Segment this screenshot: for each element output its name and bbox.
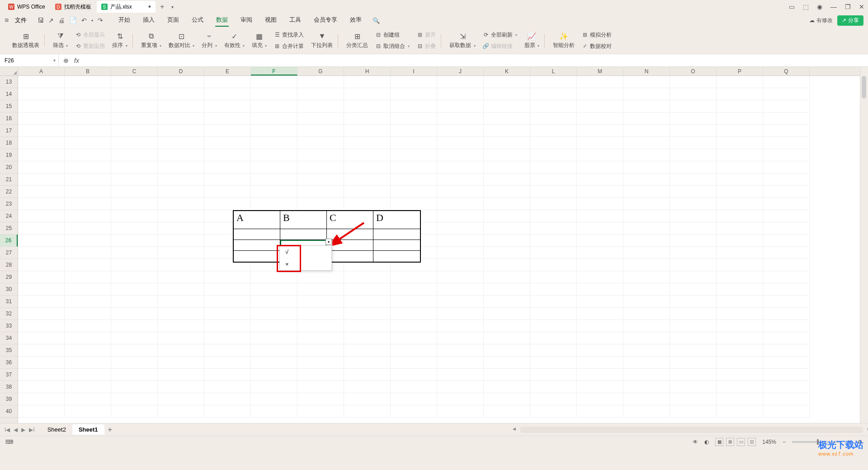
row-header-21[interactable]: 21 xyxy=(0,174,18,186)
cells-area[interactable] xyxy=(18,76,860,423)
cell-L40[interactable] xyxy=(530,405,577,418)
cell-N39[interactable] xyxy=(623,393,670,405)
horizontal-scrollbar[interactable] xyxy=(520,427,863,433)
cell-C26[interactable] xyxy=(111,235,158,247)
cell-M20[interactable] xyxy=(577,161,623,174)
cell-M25[interactable] xyxy=(577,222,623,235)
cell-K37[interactable] xyxy=(484,369,530,381)
table-cell[interactable] xyxy=(234,240,280,251)
cell-H31[interactable] xyxy=(344,296,391,308)
cell-H23[interactable] xyxy=(344,198,391,210)
cell-O13[interactable] xyxy=(670,76,717,88)
cell-D23[interactable] xyxy=(158,198,204,210)
tab-view[interactable]: 视图 xyxy=(264,14,278,27)
cell-M22[interactable] xyxy=(577,186,623,198)
cell-N26[interactable] xyxy=(623,235,670,247)
cell-P21[interactable] xyxy=(717,174,763,186)
row-header-40[interactable]: 40 xyxy=(0,405,18,418)
cell-O33[interactable] xyxy=(670,320,717,332)
cell-O36[interactable] xyxy=(670,357,717,369)
cell-C35[interactable] xyxy=(111,344,158,357)
cell-G30[interactable] xyxy=(297,283,344,296)
cell-L39[interactable] xyxy=(530,393,577,405)
cell-D32[interactable] xyxy=(158,308,204,320)
cell-H32[interactable] xyxy=(344,308,391,320)
cell-D27[interactable] xyxy=(158,247,204,259)
close-button[interactable]: ✕ xyxy=(859,3,864,10)
cell-C34[interactable] xyxy=(111,332,158,344)
cell-A32[interactable] xyxy=(18,308,65,320)
cell-A36[interactable] xyxy=(18,357,65,369)
cell-B33[interactable] xyxy=(65,320,111,332)
cell-I29[interactable] xyxy=(391,271,437,283)
sheet-last-button[interactable]: ▶I xyxy=(29,427,34,433)
cell-A33[interactable] xyxy=(18,320,65,332)
cell-P25[interactable] xyxy=(717,222,763,235)
cell-K20[interactable] xyxy=(484,161,530,174)
cell-D21[interactable] xyxy=(158,174,204,186)
cell-B17[interactable] xyxy=(65,125,111,137)
cell-I34[interactable] xyxy=(391,332,437,344)
cell-N35[interactable] xyxy=(623,344,670,357)
row-header-32[interactable]: 32 xyxy=(0,308,18,320)
cell-E14[interactable] xyxy=(204,88,251,100)
cell-E38[interactable] xyxy=(204,381,251,393)
cell-O17[interactable] xyxy=(670,125,717,137)
cell-K40[interactable] xyxy=(484,405,530,418)
cell-G31[interactable] xyxy=(297,296,344,308)
col-header-C[interactable]: C xyxy=(111,67,158,75)
cell-O27[interactable] xyxy=(670,247,717,259)
maximize-button[interactable]: ❐ xyxy=(845,3,851,10)
cell-G13[interactable] xyxy=(297,76,344,88)
cell-H39[interactable] xyxy=(344,393,391,405)
ribbon-全部刷新[interactable]: ⟳全部刷新▾ xyxy=(481,30,519,40)
cell-L32[interactable] xyxy=(530,308,577,320)
row-header-19[interactable]: 19 xyxy=(0,149,18,161)
tab-start[interactable]: 开始 xyxy=(118,14,131,27)
row-header-23[interactable]: 23 xyxy=(0,198,18,210)
sheet-first-button[interactable]: I◀ xyxy=(5,427,10,433)
dropdown-toggle-button[interactable]: ▾ xyxy=(326,239,332,245)
cell-B26[interactable] xyxy=(65,235,111,247)
col-header-H[interactable]: H xyxy=(344,67,391,75)
cell-O21[interactable] xyxy=(670,174,717,186)
cell-H16[interactable] xyxy=(344,113,391,125)
cell-L27[interactable] xyxy=(530,247,577,259)
cell-P26[interactable] xyxy=(717,235,763,247)
user-avatar-icon[interactable]: ◉ xyxy=(817,3,822,10)
cell-J33[interactable] xyxy=(437,320,484,332)
cell-C24[interactable] xyxy=(111,210,158,222)
cell-Q22[interactable] xyxy=(763,186,810,198)
cell-G35[interactable] xyxy=(297,344,344,357)
row-header-33[interactable]: 33 xyxy=(0,320,18,332)
cell-F34[interactable] xyxy=(251,332,297,344)
row-header-18[interactable]: 18 xyxy=(0,137,18,149)
cell-M17[interactable] xyxy=(577,125,623,137)
cell-A34[interactable] xyxy=(18,332,65,344)
row-header-14[interactable]: 14 xyxy=(0,88,18,100)
cell-Q15[interactable] xyxy=(763,100,810,113)
cell-C19[interactable] xyxy=(111,149,158,161)
cell-E39[interactable] xyxy=(204,393,251,405)
cell-C27[interactable] xyxy=(111,247,158,259)
cell-Q31[interactable] xyxy=(763,296,810,308)
cell-P15[interactable] xyxy=(717,100,763,113)
cell-G16[interactable] xyxy=(297,113,344,125)
cell-F37[interactable] xyxy=(251,369,297,381)
cell-C36[interactable] xyxy=(111,357,158,369)
cell-J26[interactable] xyxy=(437,235,484,247)
cell-Q35[interactable] xyxy=(763,344,810,357)
cell-O40[interactable] xyxy=(670,405,717,418)
cell-F18[interactable] xyxy=(251,137,297,149)
cell-P27[interactable] xyxy=(717,247,763,259)
cell-F38[interactable] xyxy=(251,381,297,393)
dropdown-item-check[interactable]: √ xyxy=(280,246,331,258)
table-cell[interactable] xyxy=(373,251,420,262)
cell-Q29[interactable] xyxy=(763,271,810,283)
zoom-level[interactable]: 145% xyxy=(762,439,776,445)
row-header-16[interactable]: 16 xyxy=(0,113,18,125)
cell-I39[interactable] xyxy=(391,393,437,405)
cell-I16[interactable] xyxy=(391,113,437,125)
cell-A28[interactable] xyxy=(18,259,65,271)
cell-H15[interactable] xyxy=(344,100,391,113)
